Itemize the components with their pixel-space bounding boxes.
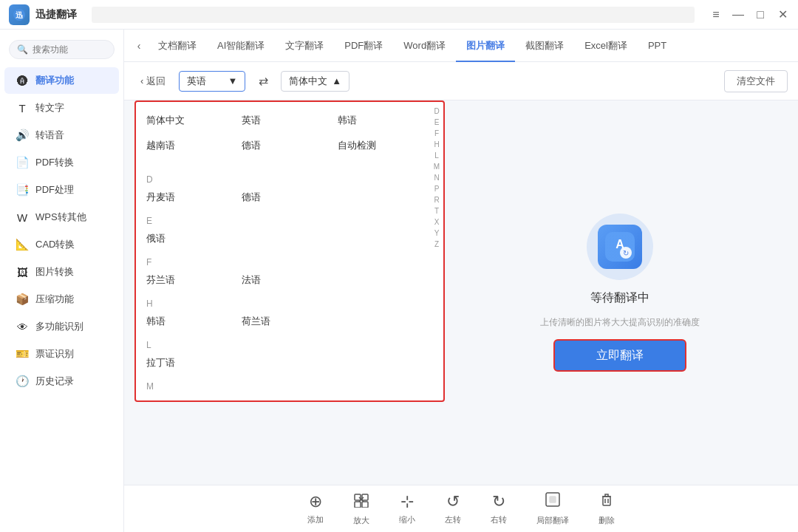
back-button[interactable]: ‹ 返回	[134, 72, 171, 91]
sidebar-item-label-ticket: 票证识别	[35, 347, 74, 361]
sidebar-item-icon-translate: 🅐	[15, 73, 30, 88]
add-button[interactable]: ⊕ 添加	[307, 492, 324, 525]
dropdown-item-danish[interactable]: 丹麦语	[146, 186, 242, 208]
section-letter-l: L	[146, 335, 433, 352]
sidebar-item-icon-pdf-convert: 📄	[15, 155, 30, 170]
dropdown-item-korean2[interactable]: 韩语	[146, 310, 242, 332]
sidebar-item-image-convert[interactable]: 🖼 图片转换	[4, 259, 119, 285]
sidebar-item-icon-image-convert: 🖼	[15, 265, 30, 279]
rotate-left-button[interactable]: ↺ 左转	[445, 492, 461, 525]
search-input[interactable]	[33, 44, 106, 55]
sidebar-item-label-ocr: 转文字	[35, 101, 64, 115]
dropdown-item-german[interactable]: 德语	[242, 186, 337, 208]
tab-screenshot[interactable]: 截图翻译	[515, 30, 574, 62]
alpha-d[interactable]: D	[434, 106, 439, 117]
alpha-r[interactable]: R	[434, 195, 439, 205]
alpha-m[interactable]: M	[434, 162, 440, 172]
translate-now-button[interactable]: 立即翻译	[553, 339, 686, 372]
dropdown-item-french[interactable]: 法语	[242, 269, 337, 291]
dropdown-l-row: 拉丁语	[146, 352, 433, 374]
sidebar-item-icon-compress: 📦	[15, 292, 30, 307]
alpha-l[interactable]: L	[434, 151, 439, 161]
dropdown-item-german-pop[interactable]: 德语	[242, 134, 337, 157]
dropdown-item-finnish[interactable]: 芬兰语	[146, 269, 242, 291]
tab-ppt[interactable]: PPT	[638, 30, 677, 62]
rotate-right-button[interactable]: ↻ 右转	[491, 492, 507, 525]
menu-button[interactable]: ≡	[709, 8, 723, 21]
sidebar-item-icon-cad: 📐	[15, 237, 30, 252]
alpha-z[interactable]: Z	[434, 239, 439, 250]
tab-excel[interactable]: Excel翻译	[574, 30, 638, 62]
swap-lang-button[interactable]: ⇄	[253, 71, 273, 92]
alpha-x[interactable]: X	[434, 217, 440, 228]
delete-button[interactable]: 删除	[598, 491, 615, 526]
zoom-out-button[interactable]: ⊹ 缩小	[399, 492, 415, 525]
partial-translate-button[interactable]: 局部翻译	[536, 491, 569, 526]
delete-label: 删除	[598, 515, 615, 526]
alpha-p[interactable]: P	[434, 184, 440, 194]
alpha-y[interactable]: Y	[434, 228, 440, 239]
svg-rect-9	[362, 502, 368, 508]
sidebar-item-compress[interactable]: 📦 压缩功能	[4, 286, 119, 313]
maximize-button[interactable]: □	[754, 8, 767, 21]
sidebar-item-label-history: 历史记录	[35, 375, 74, 388]
rotate-left-icon: ↺	[446, 492, 460, 511]
sidebar-item-translate[interactable]: 🅐 翻译功能	[4, 67, 119, 94]
section-letter-f: F	[146, 253, 433, 269]
partial-icon	[545, 491, 561, 512]
tab-word[interactable]: Word翻译	[393, 30, 456, 62]
dropdown-item-placeholder-h	[338, 310, 433, 332]
target-lang-selector[interactable]: 简体中文 ▲	[281, 71, 349, 92]
alpha-n[interactable]: N	[434, 173, 439, 183]
sidebar-item-speech[interactable]: 🔊 转语音	[4, 122, 119, 149]
dropdown-item-dutch[interactable]: 荷兰语	[242, 310, 337, 332]
dropdown-item-auto[interactable]: 自动检测	[338, 134, 433, 157]
close-button[interactable]: ✕	[776, 8, 789, 21]
source-lang-selector[interactable]: 英语 ▼	[179, 71, 245, 92]
tab-ai[interactable]: AI智能翻译	[207, 30, 275, 62]
alpha-e[interactable]: E	[434, 117, 440, 128]
alpha-t[interactable]: T	[434, 206, 439, 216]
add-icon: ⊕	[309, 492, 322, 511]
dropdown-f-row: 芬兰语 法语	[146, 269, 433, 291]
alpha-f[interactable]: F	[434, 129, 439, 139]
sidebar-item-cad[interactable]: 📐 CAD转换	[4, 231, 119, 258]
zoom-in-button[interactable]: 放大	[353, 491, 369, 526]
sidebar-item-ocr[interactable]: T 转文字	[4, 95, 119, 121]
dropdown-item-russian[interactable]: 俄语	[146, 228, 242, 250]
sidebar-item-pdf-process[interactable]: 📑 PDF处理	[4, 177, 119, 203]
tab-pdf[interactable]: PDF翻译	[334, 30, 393, 62]
clear-files-button[interactable]: 清空文件	[724, 70, 788, 92]
tab-prev-button[interactable]: ‹	[130, 37, 148, 55]
titlebar-left: 迅 迅捷翻译	[9, 4, 77, 25]
sidebar-item-pdf-convert[interactable]: 📄 PDF转换	[4, 149, 119, 176]
translate-icon: A ↻	[598, 225, 642, 269]
search-box[interactable]: 🔍	[9, 40, 115, 59]
search-icon: 🔍	[17, 44, 28, 55]
sidebar-item-ticket[interactable]: 🎫 票证识别	[4, 341, 119, 367]
sidebar-item-label-image-convert: 图片转换	[35, 265, 74, 279]
translate-icon-area: A ↻	[587, 214, 653, 280]
tabs-container: 文档翻译AI智能翻译文字翻译PDF翻译Word翻译图片翻译截图翻译Excel翻译…	[148, 30, 677, 62]
sidebar-item-icon-wps: W	[15, 210, 30, 225]
sidebar-item-wps[interactable]: W WPS转其他	[4, 204, 119, 231]
sidebar-item-history[interactable]: 🕐 历史记录	[4, 368, 119, 395]
dropdown-item-korean[interactable]: 韩语	[338, 109, 433, 132]
dropdown-item-vietnamese[interactable]: 越南语	[146, 134, 242, 157]
dropdown-item-english[interactable]: 英语	[242, 109, 337, 132]
language-dropdown[interactable]: 简体中文 英语 韩语 越南语 德语 自动检测 D 丹麦语 德语	[134, 100, 445, 402]
app-logo: 迅	[9, 4, 30, 25]
tab-image[interactable]: 图片翻译	[456, 30, 515, 62]
sidebar: 🔍 🅐 翻译功能 T 转文字 🔊 转语音 📄 PDF转换 📑 PDF处理 W W…	[0, 30, 124, 532]
titlebar-center-bar	[92, 7, 695, 23]
dropdown-item-simplified-chinese[interactable]: 简体中文	[146, 109, 242, 132]
alpha-h[interactable]: H	[434, 140, 439, 150]
sidebar-item-multirecog[interactable]: 👁 多功能识别	[4, 313, 119, 340]
dropdown-item-latin[interactable]: 拉丁语	[146, 352, 242, 374]
minimize-button[interactable]: —	[732, 8, 745, 21]
rotate-right-icon: ↻	[492, 492, 505, 511]
tab-doc[interactable]: 文档翻译	[148, 30, 207, 62]
sidebar-item-icon-history: 🕐	[15, 374, 30, 389]
dropdown-d-row: 丹麦语 德语	[146, 186, 433, 208]
tab-text[interactable]: 文字翻译	[275, 30, 334, 62]
